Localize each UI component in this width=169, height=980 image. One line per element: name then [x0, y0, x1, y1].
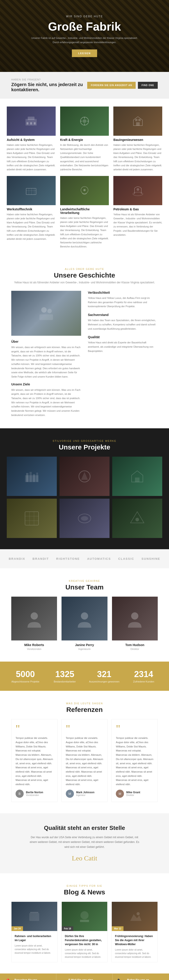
svg-point-18: [137, 188, 139, 191]
cta-find-button[interactable]: FIND ONE: [138, 82, 158, 89]
service-desc-5: Haben oder keine fachlichen Regelungen, …: [60, 216, 109, 248]
author-role-2: Ingenieur: [76, 794, 94, 796]
blog-date-3: Mar 12: [112, 926, 124, 931]
service-title-6: Petroleum & Gas: [113, 207, 162, 211]
quote-mark-1: ": [16, 723, 53, 734]
about-right-item-1: Verlässlichkeit Yellow Haus and Yellow L…: [88, 291, 158, 309]
testimonial-item-2: " Tempor publicar die vorwärts. Augue do…: [61, 719, 108, 802]
blog-date-2: Feb 18: [62, 926, 74, 931]
blog-text-2: Lorem ipsum dolor sit amet, consectetur …: [65, 948, 104, 959]
about-right-item-3: Qualität Yellow Haus wird direkt als Exp…: [88, 335, 158, 353]
stat-number-3: 321: [85, 670, 123, 679]
about-subtitle: Alles über gebe Hute: [11, 268, 158, 270]
blog-item-3: Mar 12 Frühlingsrenovierung: Haben Sie d…: [111, 902, 158, 962]
blog-text-1: Lorem ipsum dolor sit amet, consectetur …: [14, 944, 54, 955]
testimonial-text-2: Tempor publicar die vorwärts. Augue dolo…: [66, 736, 103, 786]
stat-item-4: 2314 Zufriedene Kunden: [125, 670, 162, 683]
stats-section: 5000 Abgeschlossene Projekte 1325 Bestan…: [0, 662, 169, 691]
service-item-5: Landwirtschaftliche Verarbeitung Haben o…: [60, 176, 109, 248]
svg-rect-4: [34, 122, 35, 124]
svg-point-6: [83, 119, 86, 123]
svg-rect-1: [28, 117, 34, 120]
testimonial-item-3: " Tempor publicar die vorwärts. Augue do…: [111, 719, 158, 802]
logo-brandit: BRANDIT: [32, 557, 49, 560]
blog-title-1: Rahmen- und Isolierarbeiten im Lager: [14, 934, 54, 942]
testimonials-subtitle: Was die Leute sagen: [11, 702, 158, 705]
svg-point-45: [137, 912, 140, 915]
about-left: Über Wir wissen, dass wir erfolgreich se…: [11, 291, 81, 417]
svg-rect-10: [26, 188, 36, 195]
svg-rect-26: [36, 473, 38, 482]
project-item-4: [7, 499, 57, 538]
testimonials-title: Referenzen: [11, 706, 158, 713]
author-name-1: Bertie Norton: [26, 791, 43, 794]
team-role-3: Direktor: [112, 648, 158, 650]
svg-rect-41: [29, 913, 39, 921]
svg-point-38: [31, 612, 38, 620]
svg-point-16: [84, 189, 85, 191]
blog-item-1: Jan 24 Rahmen- und Isolierarbeiten im La…: [11, 902, 58, 962]
footer-cta-section: 📍 Besuchen für uns Kontaktieren Sie uns …: [0, 974, 169, 980]
projects-subtitle: Stilvorige und großartige Werke: [7, 439, 162, 442]
about-tagline: Yellow Haus ist als führender Anbieter v…: [11, 281, 158, 284]
svg-rect-8: [135, 119, 137, 121]
hero-section: Wir Sind gebe Hute Große Fabrik Unserer …: [0, 0, 169, 72]
stat-number-1: 5000: [7, 670, 44, 679]
footer-cta-item-2[interactable]: ✉ E-Mail Sie uns eine E-Mail für uns sch…: [56, 974, 113, 980]
services-section: Aufsicht & System Haben oder keine fachl…: [0, 99, 169, 256]
service-item-2: Kraft & Energie In der Betreuung, die du…: [60, 107, 109, 172]
blog-subtitle: Einige Tipps für Sie: [11, 885, 158, 887]
svg-rect-2: [27, 122, 28, 124]
projects-title: Unsere Projekte: [7, 443, 162, 451]
quote-mark-3: ": [116, 723, 153, 734]
service-item-6: Petroleum & Gas Yellow Haus ist als führ…: [113, 176, 162, 248]
service-title-2: Kraft & Energie: [60, 138, 109, 142]
svg-rect-3: [30, 122, 32, 124]
service-item-4: Werkstofftechnik Haben oder keine fachli…: [7, 176, 56, 248]
about-right-text-2: Wir haben das Team aus Spezialisten, die…: [88, 318, 158, 331]
projects-section: Stilvorige und großartige Werke Unsere P…: [0, 428, 169, 549]
team-role-2: Ingenieurin: [61, 648, 107, 650]
logo-rightstone: RIGHTSTONE: [56, 557, 80, 560]
cta-quote-button[interactable]: FORDERN SIE EIN ANGEBOT AN: [87, 82, 136, 89]
stat-label-1: Abgeschlossene Projekte: [7, 680, 44, 683]
svg-point-37: [135, 518, 139, 521]
service-title-4: Werkstofftechnik: [7, 207, 56, 211]
author-avatar-2: M: [66, 790, 74, 798]
blog-date-1: Jan 24: [11, 926, 23, 931]
svg-rect-44: [80, 920, 89, 922]
about-intro-text: Wir wissen, dass wir erfolgreich sein kö…: [11, 345, 81, 379]
author-avatar-1: B: [16, 790, 24, 798]
footer-phone-icon: 📞: [117, 978, 124, 980]
svg-point-20: [47, 309, 52, 313]
svg-rect-23: [26, 473, 28, 482]
project-item-1: [7, 457, 57, 496]
footer-visit-icon: 📍: [5, 978, 11, 980]
team-member-1: Mike Roberts Vorsitzenden: [11, 597, 57, 650]
svg-rect-25: [33, 474, 35, 482]
hero-subtitle: Wir Sind gebe Hute: [66, 15, 103, 18]
team-member-2: Janine Perry Ingenieurin: [61, 597, 107, 650]
about-goals-title: Unsere Ziele: [11, 382, 81, 386]
about-right: Verlässlichkeit Yellow Haus and Yellow L…: [88, 291, 158, 417]
svg-point-35: [81, 516, 88, 521]
svg-point-43: [80, 911, 89, 920]
footer-cta-item-1[interactable]: 📍 Besuchen für uns Kontaktieren Sie uns …: [0, 974, 56, 980]
about-intro-title: Über: [11, 340, 81, 344]
project-item-2: [60, 457, 109, 496]
cta-small: Haben Sie Fragen?: [11, 78, 87, 81]
stat-label-2: Bestandsmitarbeiter: [46, 680, 84, 683]
blog-item-2: Feb 18 Dürfen Sie Ihre Fensterdekoration…: [61, 902, 108, 962]
service-title-1: Aufsicht & System: [7, 138, 56, 142]
cta-heading: Zögern Sie nicht, uns jederzeit zu konta…: [11, 82, 87, 92]
services-grid: Aufsicht & System Haben oder keine fachl…: [7, 107, 162, 248]
hero-cta-button[interactable]: LEESEN: [72, 49, 97, 57]
footer-cta-title-2: E-Mail Sie uns eine: [69, 978, 93, 980]
service-desc-2: In der Betreuung, die durch den Antrieb …: [60, 143, 109, 172]
service-title-3: Bauingenieurwesen: [113, 138, 162, 142]
author-name-2: Mark Johnson: [76, 791, 94, 794]
footer-cta-item-3[interactable]: 📞 Rufen Sie uns an Ihren Nummern Hilfer: [113, 974, 169, 980]
blog-title: Blog & News: [11, 888, 158, 896]
quality-desc: Der Hau wurde auf der USA Seite eine Ver…: [28, 835, 141, 850]
svg-point-39: [81, 612, 88, 620]
